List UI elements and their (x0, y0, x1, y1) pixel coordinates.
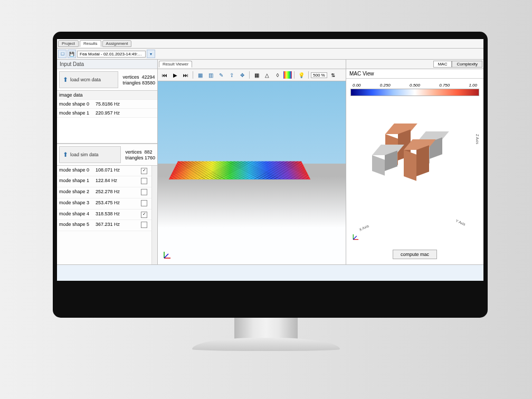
sim-mode-row[interactable]: mode shape 1122.84 Hz (57, 176, 151, 187)
compute-mac-button[interactable]: compute mac (393, 250, 437, 259)
wcm-mode-row[interactable]: mode shape 1220.957 Hz (57, 109, 157, 118)
bulb-icon[interactable]: 💡 (297, 70, 306, 80)
sim-mode-row[interactable]: mode shape 4318.538 Hz✓ (57, 210, 151, 220)
screen: Project Results Assignment ☐ 💾 Fea Modal… (57, 39, 483, 281)
zoom-stepper-icon[interactable]: ⇅ (328, 70, 338, 80)
upload-icon: ⬆ (63, 76, 68, 83)
load-sim-label: load sim data (70, 152, 99, 157)
sim-mode-row[interactable]: mode shape 5367.231 Hz (57, 220, 151, 231)
mode-checkbox[interactable] (141, 178, 147, 184)
mode-checkbox[interactable] (141, 200, 147, 206)
sim-mode-row[interactable]: mode shape 2252.278 Hz (57, 187, 151, 198)
mode-checkbox[interactable]: ✓ (141, 212, 147, 218)
status-bar (57, 264, 483, 281)
tab-results[interactable]: Results (80, 40, 101, 47)
next-frame-icon[interactable]: ⏭ (181, 70, 191, 80)
sim-mode-row[interactable]: mode shape 0108.071 Hz✓ (57, 166, 151, 176)
tab-complexity[interactable]: Complexity (452, 61, 482, 68)
tab-result-viewer[interactable]: Result Viewer (159, 61, 192, 68)
load-wcm-label: load wcm data (70, 77, 101, 82)
mac-view-title: MAC View (346, 69, 483, 79)
mode-name: mode shape 1 (59, 110, 93, 116)
mode-name: mode shape 4 (59, 211, 93, 218)
mode-checkbox[interactable] (141, 222, 147, 228)
mac-colorbar: 0.00 0.250 0.500 0.750 1.00 (346, 79, 483, 100)
mesh-surface (169, 161, 311, 179)
monitor-frame: Project Results Assignment ☐ 💾 Fea Modal… (53, 32, 488, 318)
input-data-header: Input Data (57, 60, 157, 69)
mode-freq: 252.278 Hz (96, 189, 139, 196)
mode-name: mode shape 2 (59, 189, 93, 196)
view1-icon[interactable]: ▦ (195, 70, 205, 80)
sim-mode-row[interactable]: mode shape 3253.475 Hz (57, 198, 151, 210)
viewer-toolbar: ⏮ ▶ ⏭ ▦ ▥ ✎ ⇪ ✥ ▦ △ ◊ (158, 69, 346, 81)
sim-modes-scrollbar[interactable] (151, 166, 157, 264)
tab-mac[interactable]: MAC (433, 61, 452, 68)
tab-project[interactable]: Project (58, 40, 79, 47)
wcm-mode-row[interactable]: mode shape 075.8186 Hz (57, 100, 157, 109)
load-sim-button[interactable]: ⬆ load sim data (59, 146, 121, 163)
mode-name: mode shape 5 (59, 222, 93, 229)
mode-freq: 253.475 Hz (96, 200, 139, 207)
prev-frame-icon[interactable]: ⏮ (160, 70, 169, 80)
move-icon[interactable]: ✥ (238, 70, 247, 80)
image-data-header: image data (57, 91, 157, 100)
play-icon[interactable]: ▶ (170, 70, 180, 80)
mode-freq: 220.957 Hz (96, 110, 155, 116)
primary-tab-bar: Project Results Assignment (57, 39, 483, 49)
dropdown-chevron-icon[interactable]: ▾ (147, 50, 155, 58)
load-wcm-button[interactable]: ⬆ load wcm data (59, 71, 118, 88)
wcm-stats: vertices 42294 triangles 83580 (120, 69, 157, 90)
new-icon[interactable]: ☐ (58, 50, 66, 58)
mac-3d-plot[interactable]: X Axis Y Axis Z Axis (348, 102, 481, 245)
mode-freq: 122.84 Hz (96, 178, 139, 185)
upload-icon: ⬆ (63, 151, 68, 158)
export-icon[interactable]: ⇪ (227, 70, 236, 80)
result-dropdown[interactable]: Fea Modal - 02.01.2023-14:49:13 (f... (77, 51, 146, 58)
color-icon[interactable] (283, 71, 292, 79)
mode-freq: 75.8186 Hz (96, 101, 155, 107)
axis-triad-icon (162, 249, 174, 260)
svg-line-2 (164, 254, 168, 258)
view2-icon[interactable]: ▥ (206, 70, 215, 80)
axis-triad-icon (352, 232, 361, 242)
mode-checkbox[interactable]: ✓ (141, 168, 147, 174)
mode-checkbox[interactable] (141, 189, 147, 195)
grid-icon[interactable]: ▦ (252, 70, 261, 80)
result-viewer-3d[interactable] (158, 81, 346, 264)
zoom-field[interactable]: 500 % (311, 72, 327, 78)
mode-name: mode shape 0 (59, 167, 93, 174)
edit-icon[interactable]: ✎ (216, 70, 226, 80)
solid-icon[interactable]: ◊ (273, 70, 282, 80)
tab-assignment[interactable]: Assignment (102, 40, 132, 47)
mode-name: mode shape 3 (59, 200, 93, 207)
save-icon[interactable]: 💾 (68, 50, 76, 58)
sim-stats: vertices 882 triangles 1760 (123, 144, 157, 165)
svg-line-5 (353, 236, 357, 240)
mode-name: mode shape 1 (59, 178, 93, 185)
mode-freq: 108.071 Hz (96, 167, 139, 174)
wireframe-icon[interactable]: △ (262, 70, 272, 80)
mode-freq: 318.538 Hz (96, 211, 139, 218)
mode-name: mode shape 0 (59, 101, 93, 107)
mode-freq: 367.231 Hz (96, 222, 139, 229)
